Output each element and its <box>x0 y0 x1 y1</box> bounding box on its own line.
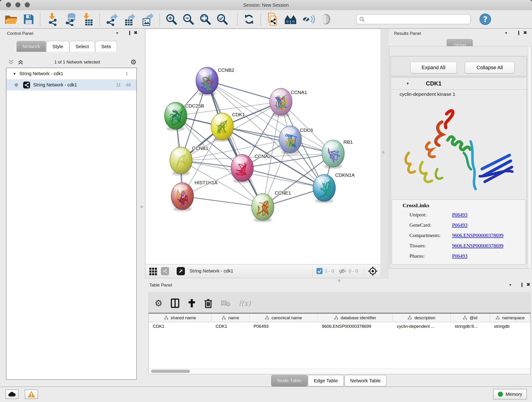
panel-close-icon[interactable]: ✖ <box>523 31 527 35</box>
tab-sets[interactable]: Sets <box>95 41 117 52</box>
column-header-shared-name[interactable]: shared name <box>149 313 211 322</box>
tab-network-table[interactable]: Network Table <box>344 375 387 386</box>
tree-expander-icon[interactable]: ▼ <box>13 72 16 76</box>
column-header-canonical-name[interactable]: canonical name <box>249 313 318 322</box>
left-splitter-handle[interactable] <box>140 206 143 208</box>
network-edge-CCNE1-HIST1H1A[interactable] <box>182 196 263 207</box>
panel-menu-icon[interactable]: ▼ <box>115 31 119 35</box>
expand-all-button[interactable]: Expand All <box>410 62 457 73</box>
open-session-button[interactable] <box>5 12 18 26</box>
share-network-badge-icon[interactable] <box>161 267 169 275</box>
memory-button[interactable]: Memory <box>493 389 527 400</box>
refresh-view-button[interactable] <box>243 12 255 26</box>
zoom-in-button[interactable] <box>165 12 177 26</box>
import-table-file-button[interactable] <box>82 12 94 26</box>
panel-menu-icon[interactable]: ▼ <box>505 31 508 35</box>
first-neighbors-button[interactable] <box>284 12 297 26</box>
panel-float-icon[interactable] <box>518 31 519 35</box>
table-settings-gear-icon[interactable]: ⚙ <box>155 300 162 307</box>
table-row[interactable]: CDK1CDK1P064939606.ENSP00000378699cyclin… <box>149 322 530 331</box>
section-expander-icon[interactable]: ▼ <box>406 82 409 85</box>
import-network-file-button[interactable] <box>46 12 58 26</box>
show-all-button[interactable] <box>321 12 331 26</box>
zoom-out-button[interactable] <box>182 12 194 26</box>
crosslink-link[interactable]: P06493 <box>452 212 467 218</box>
results-scrollbar-track[interactable] <box>528 46 531 268</box>
panel-close-icon[interactable]: ✖ <box>134 31 138 35</box>
collapse-all-chevrons-icon[interactable] <box>8 59 14 65</box>
search-box[interactable] <box>356 14 471 24</box>
export-network-button[interactable] <box>105 12 118 26</box>
panel-float-icon[interactable] <box>129 31 130 35</box>
cloud-status-button[interactable] <box>5 389 19 399</box>
crosslink-label: Tissues: <box>409 243 452 249</box>
table-toolbar: ⚙ f(x) <box>148 292 531 314</box>
panel-menu-icon[interactable]: ▼ <box>509 283 512 287</box>
grid-view-icon[interactable] <box>149 267 158 275</box>
function-builder-button[interactable]: f(x) <box>239 299 251 307</box>
node-label-CCNE1: CCNE1 <box>275 190 291 196</box>
delete-column-icon[interactable] <box>204 298 212 308</box>
help-button[interactable]: ? <box>479 12 491 26</box>
export-view-badge-icon[interactable] <box>177 267 185 275</box>
hide-selected-button[interactable] <box>302 12 316 26</box>
close-window-button[interactable] <box>6 2 11 7</box>
expand-all-chevrons-icon[interactable] <box>17 59 24 65</box>
zoom-fit-button[interactable] <box>199 12 211 26</box>
minimize-window-button[interactable] <box>15 2 20 7</box>
crosslink-row: GeneCard:P06493 <box>392 220 526 230</box>
network-canvas[interactable]: CCNB2CCNA1CDC25BCDK1CDC6RB1CCNB1CCNA2CDK… <box>146 29 380 264</box>
tab-select[interactable]: Select <box>70 41 95 52</box>
table-cell[interactable]: 9606.ENSP00000378699 <box>318 324 393 329</box>
network-edge-CCNB2-CCNE1[interactable] <box>207 81 263 207</box>
save-session-button[interactable] <box>23 12 34 26</box>
search-icon <box>359 17 365 22</box>
column-header-namespace[interactable]: namespace <box>490 313 530 322</box>
crosslink-link[interactable]: P06493 <box>452 222 467 228</box>
crosslink-link[interactable]: 9606.ENSP00000378699 <box>452 243 503 249</box>
tab-network[interactable]: Network <box>17 41 46 52</box>
column-header-database-identifier[interactable]: database identifier <box>318 313 393 322</box>
tab-edge-table[interactable]: Edge Table <box>308 375 344 386</box>
delete-table-icon[interactable] <box>221 300 230 307</box>
maximize-window-button[interactable] <box>25 2 30 7</box>
tab-style[interactable]: Style <box>46 41 69 52</box>
collapse-all-button[interactable]: Collapse All <box>465 62 515 73</box>
right-splitter-handle[interactable] <box>382 151 385 153</box>
panel-close-icon[interactable]: ✖ <box>526 283 530 287</box>
panel-float-icon[interactable] <box>521 283 522 287</box>
crosslink-link[interactable]: P06493 <box>452 253 467 259</box>
table-cell[interactable]: cyclin-dependent ... <box>393 324 450 329</box>
show-columns-icon[interactable] <box>171 298 179 308</box>
table-cell[interactable]: CDK1 <box>149 324 211 329</box>
table-cell[interactable]: stringdb <box>490 324 530 329</box>
warnings-button[interactable] <box>25 389 38 399</box>
gene-section-header[interactable]: ▼ CDK1 <box>391 77 527 89</box>
column-header-description[interactable]: description <box>393 313 450 322</box>
network-row-selected[interactable]: String Network - cdk1 11 48 <box>6 79 136 90</box>
table-cell[interactable]: stringdb:9... <box>450 324 490 329</box>
search-input[interactable] <box>367 17 467 22</box>
table-h-scrollbar[interactable] <box>149 369 530 374</box>
column-header--id[interactable]: @id <box>451 313 490 322</box>
hidden-eye-icon[interactable] <box>339 268 346 274</box>
selected-checkbox-icon[interactable] <box>317 268 323 274</box>
network-collection-row[interactable]: ▼ String Network - cdk1 1 <box>6 68 136 79</box>
crosslink-link[interactable]: 9606.ENSP00000378699 <box>452 232 503 238</box>
clone-network-button[interactable] <box>266 12 279 26</box>
crosshair-icon[interactable] <box>368 266 378 276</box>
add-column-icon[interactable] <box>188 299 196 308</box>
node-table: shared namenamecanonical namedatabase id… <box>148 313 531 374</box>
zoom-selected-button[interactable] <box>216 12 228 26</box>
import-network-database-button[interactable] <box>63 12 77 26</box>
scrollbar-thumb[interactable] <box>151 370 190 373</box>
table-cell[interactable]: CDK1 <box>211 324 249 329</box>
column-header-name[interactable]: name <box>211 313 249 322</box>
network-options-gear-icon[interactable]: ⚙ <box>130 59 137 65</box>
table-cell[interactable]: P06493 <box>249 324 318 329</box>
export-image-button[interactable] <box>141 12 154 26</box>
toolbar-separator <box>40 13 40 26</box>
tab-node-table[interactable]: Node Table <box>271 375 307 386</box>
export-table-button[interactable] <box>123 12 136 26</box>
gene-description: cyclin-dependent kinase 1 <box>391 89 527 99</box>
